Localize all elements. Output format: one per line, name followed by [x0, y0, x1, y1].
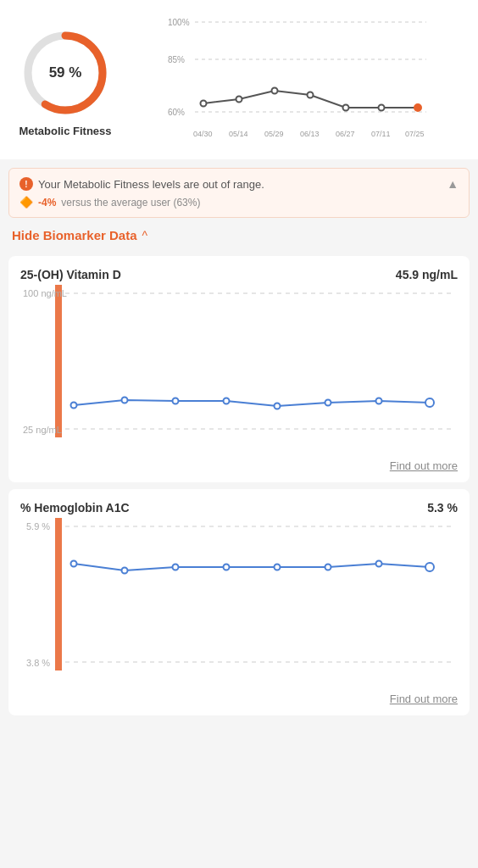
alert-box: ! Your Metabolic Fitness levels are out … [8, 168, 470, 218]
alert-diff-detail: versus the average user (63%) [61, 197, 200, 209]
svg-point-10 [272, 88, 278, 94]
svg-text:04/30: 04/30 [193, 130, 213, 138]
svg-text:5.9 %: 5.9 % [26, 521, 50, 531]
svg-text:100%: 100% [168, 18, 190, 27]
svg-point-33 [425, 398, 434, 407]
gauge-svg: 59 % [19, 26, 112, 120]
svg-point-9 [236, 97, 242, 103]
vitamin-d-title: 25-(OH) Vitamin D [20, 268, 121, 281]
gauge-score: 59 % [49, 64, 82, 81]
svg-point-41 [224, 565, 230, 570]
svg-point-45 [425, 563, 434, 571]
alert-row2: 🔶 -4% versus the average user (63%) [19, 196, 459, 209]
svg-point-13 [379, 105, 385, 111]
svg-point-30 [275, 403, 281, 409]
svg-text:3.8 %: 3.8 % [26, 658, 50, 668]
svg-point-12 [343, 105, 349, 111]
hemoglobin-header: % Hemoglobin A1C 5.3 % [20, 501, 458, 515]
vitamin-d-value: 45.9 ng/mL [396, 268, 458, 281]
svg-point-44 [376, 561, 382, 567]
hemoglobin-find-out-more[interactable]: Find out more [20, 687, 458, 707]
svg-text:07/11: 07/11 [371, 130, 391, 138]
svg-text:06/13: 06/13 [300, 130, 320, 138]
svg-text:100 ng/mL: 100 ng/mL [23, 288, 67, 298]
alert-row1: ! Your Metabolic Fitness levels are out … [19, 177, 459, 191]
svg-point-28 [173, 398, 179, 404]
svg-point-27 [122, 398, 128, 403]
svg-point-14 [414, 104, 421, 111]
svg-text:07/25: 07/25 [405, 130, 425, 138]
svg-text:06/27: 06/27 [336, 130, 355, 138]
svg-text:60%: 60% [168, 108, 185, 117]
hemoglobin-title: % Hemoglobin A1C [20, 501, 130, 515]
svg-point-43 [325, 565, 331, 570]
hemoglobin-chart-svg: 5.9 % 3.8 % [20, 518, 458, 687]
hemoglobin-value: 5.3 % [427, 501, 458, 515]
hide-biomarker-chevron-icon: ^ [142, 229, 148, 242]
svg-point-40 [173, 565, 179, 570]
svg-point-29 [224, 398, 230, 404]
hemoglobin-chart: 5.9 % 3.8 % [20, 518, 458, 687]
hide-biomarker-label: Hide Biomarker Data [12, 228, 137, 242]
vitamin-d-header: 25-(OH) Vitamin D 45.9 ng/mL [20, 268, 458, 281]
vitamin-d-chart: 100 ng/mL 25 ng/mL [20, 285, 458, 454]
vitamin-d-find-out-more[interactable]: Find out more [20, 454, 458, 474]
hemoglobin-card: % Hemoglobin A1C 5.3 % 5.9 % 3.8 % Find … [8, 489, 470, 715]
vitamin-d-card: 25-(OH) Vitamin D 45.9 ng/mL 100 ng/mL 2… [8, 256, 470, 482]
top-section: 59 % Metabolic Fitness 100% 85% 60% [0, 0, 478, 159]
svg-point-42 [275, 565, 281, 570]
hide-biomarker-button[interactable]: Hide Biomarker Data ^ [0, 218, 478, 249]
svg-point-26 [71, 403, 77, 409]
hemoglobin-bar [55, 518, 62, 670]
svg-point-32 [376, 398, 382, 404]
svg-point-11 [308, 92, 314, 98]
alert-text-main: ! Your Metabolic Fitness levels are out … [19, 177, 264, 191]
trend-chart-area: 100% 85% 60% 04/30 05/14 05/29 06/ [131, 14, 468, 149]
svg-point-38 [71, 561, 77, 567]
alert-diff: -4% [38, 197, 56, 209]
svg-point-31 [325, 400, 331, 406]
svg-point-39 [122, 568, 128, 574]
gauge-container: 59 % Metabolic Fitness [10, 26, 120, 137]
svg-point-8 [201, 101, 207, 107]
alert-main-text: Your Metabolic Fitness levels are out of… [38, 178, 264, 191]
svg-text:85%: 85% [168, 55, 185, 64]
svg-text:05/29: 05/29 [264, 130, 284, 138]
vitamin-d-chart-svg: 100 ng/mL 25 ng/mL [20, 285, 458, 454]
alert-icon: ! [19, 177, 33, 191]
svg-text:25 ng/mL: 25 ng/mL [23, 425, 62, 435]
metabolic-fitness-label: Metabolic Fitness [19, 125, 111, 137]
alert-chevron-icon[interactable]: ▲ [447, 177, 459, 191]
trend-chart-svg: 100% 85% 60% 04/30 05/14 05/29 06/ [131, 14, 468, 149]
svg-text:05/14: 05/14 [229, 130, 248, 138]
vitamin-d-bar [55, 285, 62, 437]
